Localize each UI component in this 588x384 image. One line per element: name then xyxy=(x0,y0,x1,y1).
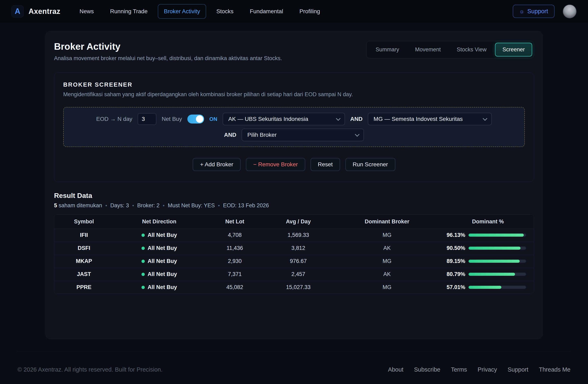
nav-item-news[interactable]: News xyxy=(73,4,100,19)
cell-avg-day: 3,812 xyxy=(265,245,332,251)
cell-dominant-broker: MG xyxy=(332,232,442,238)
dominant-pct-bar xyxy=(468,260,526,263)
net-direction-label: All Net Buy xyxy=(147,284,177,290)
table-row-ppre[interactable]: PPREAll Net Buy45,08215,027.33MG57.01% xyxy=(54,281,534,294)
broker-select-2-value: MG — Semesta Indovest Sekuritas xyxy=(374,116,462,122)
filter-row-1: EOD → N day Net Buy ON AK — UBS Sekurita… xyxy=(96,113,492,125)
nav-item-running-trade[interactable]: Running Trade xyxy=(104,4,154,19)
sun-icon: ☼ xyxy=(519,9,525,14)
table-row-mkap[interactable]: MKAPAll Net Buy2,930976.67MG89.15% xyxy=(54,255,534,268)
net-buy-dot-icon xyxy=(142,234,145,237)
table-row-jast[interactable]: JASTAll Net Buy7,3712,457AK80.79% xyxy=(54,268,534,281)
reset-button[interactable]: Reset xyxy=(311,158,340,171)
meta-must-net-buy: Must Net Buy: YES xyxy=(168,202,215,209)
tab-summary[interactable]: Summary xyxy=(368,43,407,57)
cell-dominant-pct: 96.13% xyxy=(442,232,534,238)
dominant-pct-value: 57.01% xyxy=(446,284,465,290)
add-broker-button[interactable]: + Add Broker xyxy=(193,158,241,171)
column-header-net-direction: Net Direction xyxy=(114,219,205,225)
table-header-row: SymbolNet DirectionNet LotAvg / DayDomin… xyxy=(54,215,534,228)
cell-dominant-pct: 80.79% xyxy=(442,271,534,277)
column-header-symbol: Symbol xyxy=(54,219,114,225)
cell-symbol: PPRE xyxy=(54,284,114,290)
dominant-pct-value: 89.15% xyxy=(446,258,465,264)
user-avatar[interactable] xyxy=(563,4,577,18)
meta-separator: • xyxy=(218,203,220,208)
dominant-pct-bar xyxy=(468,234,526,237)
footer-link-terms[interactable]: Terms xyxy=(451,366,467,373)
toggle-state-label: ON xyxy=(210,116,217,122)
cell-net-lot: 7,371 xyxy=(205,271,265,277)
net-buy-dot-icon xyxy=(142,273,145,276)
nav-item-stocks[interactable]: Stocks xyxy=(210,4,240,19)
cell-dominant-pct: 57.01% xyxy=(442,284,534,290)
chevron-down-icon xyxy=(355,132,360,137)
dominant-pct-bar-fill xyxy=(468,286,501,289)
tab-screener[interactable]: Screener xyxy=(495,43,532,57)
footer-link-support[interactable]: Support xyxy=(508,366,528,373)
footer-link-subscribe[interactable]: Subscribe xyxy=(414,366,441,373)
card-header-text: Broker Activity Analisa movement broker … xyxy=(54,41,282,61)
brand-name: Axentraz xyxy=(29,7,60,16)
broker-select-1[interactable]: AK — UBS Sekuritas Indonesia xyxy=(223,113,345,125)
net-buy-dot-icon xyxy=(142,247,145,250)
dominant-pct-bar-fill xyxy=(468,247,521,250)
filter-row-2: AND Pilih Broker xyxy=(224,129,364,141)
nday-input[interactable] xyxy=(138,113,156,125)
column-header-avg-day: Avg / Day xyxy=(265,219,332,225)
cell-symbol: DSFI xyxy=(54,245,114,251)
chevron-down-icon xyxy=(336,116,340,121)
broker-select-3[interactable]: Pilih Broker xyxy=(242,129,364,141)
meta-separator: • xyxy=(105,203,107,208)
filter-box: EOD → N day Net Buy ON AK — UBS Sekurita… xyxy=(63,107,525,147)
run-screener-button[interactable]: Run Screener xyxy=(345,158,395,171)
dominant-pct-bar xyxy=(468,286,526,289)
nav-item-fundamental[interactable]: Fundamental xyxy=(244,4,289,19)
net-buy-toggle[interactable] xyxy=(187,115,204,123)
support-button[interactable]: ☼ Support xyxy=(513,5,555,18)
tab-stocks-view[interactable]: Stocks View xyxy=(449,43,494,57)
net-buy-dot-icon xyxy=(142,286,145,289)
brand-logo-icon: A xyxy=(11,5,24,18)
nav-item-broker-activity[interactable]: Broker Activity xyxy=(158,4,206,19)
eod-nday-label: EOD → N day xyxy=(96,116,132,122)
chevron-down-icon xyxy=(483,116,487,121)
net-buy-label: Net Buy xyxy=(162,116,182,122)
footer-link-privacy[interactable]: Privacy xyxy=(478,366,497,373)
meta-separator: • xyxy=(163,203,165,208)
cell-net-direction: All Net Buy xyxy=(114,258,205,264)
cell-net-direction: All Net Buy xyxy=(114,271,205,277)
top-navigation-bar: A Axentraz NewsRunning TradeBroker Activ… xyxy=(0,0,588,23)
result-meta: 5 saham ditemukan • Days: 3 • Broker: 2 … xyxy=(54,202,534,209)
column-header-dominant-broker: Dominant Broker xyxy=(332,219,442,225)
footer-link-threads-me[interactable]: Threads Me xyxy=(539,366,570,373)
tab-movement[interactable]: Movement xyxy=(408,43,448,57)
meta-broker: Broker: 2 xyxy=(137,202,160,209)
dominant-pct-value: 90.50% xyxy=(446,245,465,251)
meta-days: Days: 3 xyxy=(110,202,129,209)
remove-broker-button[interactable]: − Remove Broker xyxy=(246,158,305,171)
broker-select-1-value: AK — UBS Sekuritas Indonesia xyxy=(228,116,308,122)
footer-link-about[interactable]: About xyxy=(388,366,403,373)
cell-symbol: JAST xyxy=(54,271,114,277)
and-label-1: AND xyxy=(350,116,363,122)
view-tabs: SummaryMovementStocks ViewScreener xyxy=(366,41,534,58)
broker-select-2[interactable]: MG — Semesta Indovest Sekuritas xyxy=(368,113,492,125)
dominant-pct-value: 96.13% xyxy=(446,232,465,238)
nav-right-section: ☼ Support xyxy=(513,4,577,18)
cell-net-lot: 11,436 xyxy=(205,245,265,251)
cell-dominant-pct: 89.15% xyxy=(442,258,534,264)
meta-separator: • xyxy=(132,203,134,208)
page-footer: © 2026 Axentraz. All rights reserved. Bu… xyxy=(18,351,570,373)
table-row-dsfi[interactable]: DSFIAll Net Buy11,4363,812AK90.50% xyxy=(54,242,534,255)
table-row-ifii[interactable]: IFIIAll Net Buy4,7081,569.33MG96.13% xyxy=(54,228,534,242)
dominant-pct-bar-fill xyxy=(468,260,520,263)
page-subtitle: Analisa movement broker melalui net buy–… xyxy=(54,55,282,61)
broker-select-3-placeholder: Pilih Broker xyxy=(247,132,276,138)
cell-avg-day: 15,027.33 xyxy=(265,284,332,290)
nav-item-profiling[interactable]: Profiling xyxy=(294,4,326,19)
meta-eod: EOD: 13 Feb 2026 xyxy=(223,202,269,209)
card-header: Broker Activity Analisa movement broker … xyxy=(54,41,534,61)
cell-avg-day: 2,457 xyxy=(265,271,332,277)
broker-activity-card: Broker Activity Analisa movement broker … xyxy=(45,31,543,339)
